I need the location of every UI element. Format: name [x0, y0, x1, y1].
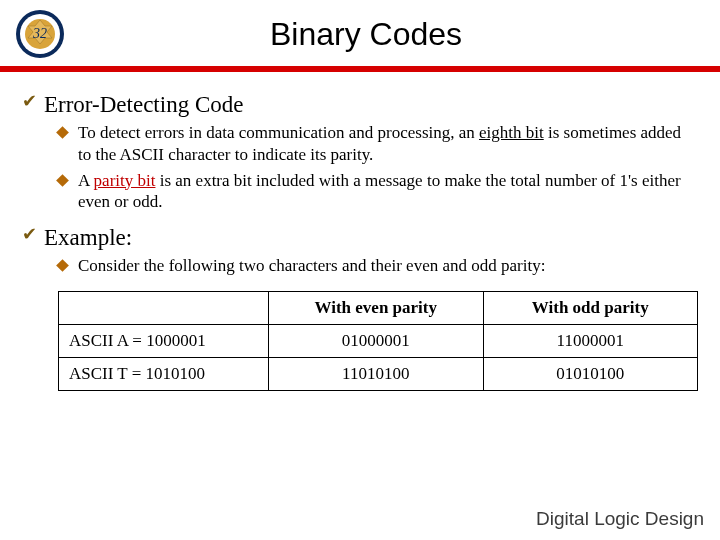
diamond-icon	[58, 122, 78, 142]
text-fragment: A	[78, 171, 94, 190]
table-cell-even: 01000001	[269, 325, 484, 357]
diamond-icon	[58, 255, 78, 275]
logo-number: 32	[32, 26, 47, 41]
section-heading-text: Error-Detecting Code	[44, 92, 243, 118]
table-header-cell	[59, 292, 269, 324]
slide-content: ✔ Error-Detecting Code To detect errors …	[0, 72, 720, 277]
check-icon: ✔	[22, 92, 44, 111]
bullet-item: Consider the following two characters an…	[58, 255, 698, 277]
section-heading: ✔ Error-Detecting Code	[22, 92, 698, 118]
bullet-item: To detect errors in data communication a…	[58, 122, 698, 166]
slide-title: Binary Codes	[78, 16, 706, 53]
section-heading: ✔ Example:	[22, 225, 698, 251]
table-row: ASCII T = 1010100 11010100 01010100	[59, 357, 697, 390]
parity-table: With even parity With odd parity ASCII A…	[58, 291, 698, 391]
highlight-term: parity bit	[94, 171, 156, 190]
bullet-text: Consider the following two characters an…	[78, 255, 698, 277]
table-cell-even: 11010100	[269, 358, 484, 390]
diamond-icon	[58, 170, 78, 190]
logo-badge: 32	[14, 8, 66, 60]
table-header-row: With even parity With odd parity	[59, 292, 697, 324]
table-cell-label: ASCII T = 1010100	[59, 358, 269, 390]
seal-icon: 32	[14, 8, 66, 60]
section-heading-text: Example:	[44, 225, 132, 251]
bullet-text: A parity bit is an extra bit included wi…	[78, 170, 698, 214]
bullet-text: To detect errors in data communication a…	[78, 122, 698, 166]
table-cell-odd: 11000001	[484, 325, 698, 357]
table-header-cell: With odd parity	[484, 292, 698, 324]
table-cell-odd: 01010100	[484, 358, 698, 390]
table-cell-label: ASCII A = 1000001	[59, 325, 269, 357]
bullet-item: A parity bit is an extra bit included wi…	[58, 170, 698, 214]
table-row: ASCII A = 1000001 01000001 11000001	[59, 324, 697, 357]
check-icon: ✔	[22, 225, 44, 244]
table-header-cell: With even parity	[269, 292, 484, 324]
slide-footer: Digital Logic Design	[536, 508, 704, 530]
slide-header: 32 Binary Codes	[0, 0, 720, 66]
underlined-term: eighth bit	[479, 123, 544, 142]
text-fragment: is an extra bit included with a message …	[78, 171, 681, 212]
text-fragment: To detect errors in data communication a…	[78, 123, 479, 142]
